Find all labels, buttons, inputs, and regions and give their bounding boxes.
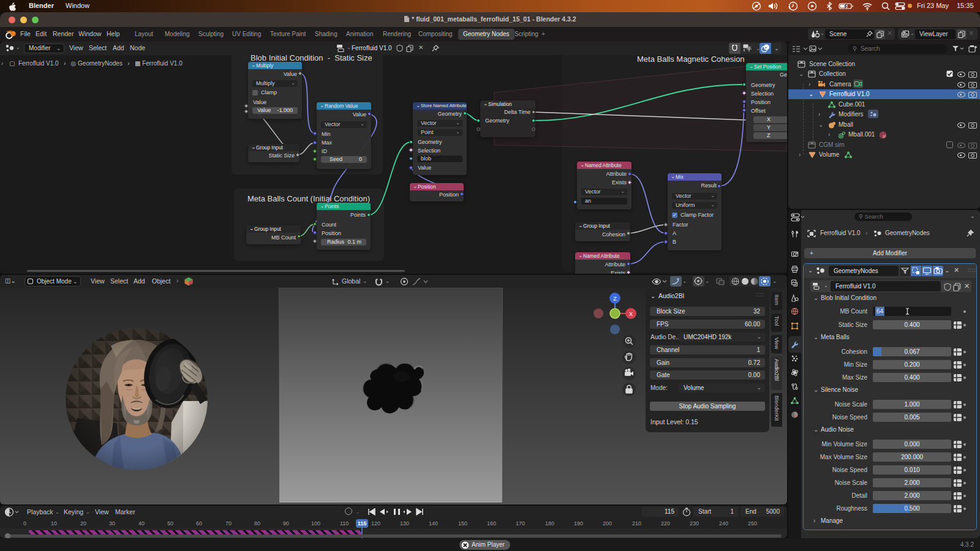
svg-text:Z: Z — [613, 296, 617, 302]
svg-text:X: X — [629, 311, 633, 317]
